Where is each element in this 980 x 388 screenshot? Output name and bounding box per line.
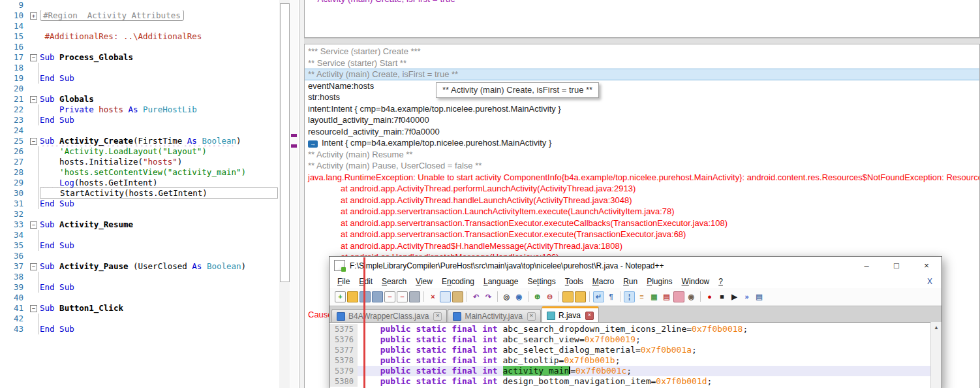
menu-tools[interactable]: Tools [560, 277, 588, 286]
paste-icon[interactable] [452, 291, 463, 302]
b4a-code-line[interactable]: 25−Sub Activity_Create(FirstTime As Bool… [0, 136, 279, 146]
log-line[interactable]: ** Activity (main) Pause, UserClosed = f… [305, 160, 979, 172]
b4a-code-line[interactable]: 19End Sub [0, 73, 279, 84]
fold-collapse-icon[interactable]: − [30, 263, 37, 270]
b4a-code-line[interactable]: 10+#Region Activity Attributes [0, 10, 279, 21]
document-list-icon[interactable]: ▤ [661, 291, 672, 302]
b4a-code-line[interactable]: 36 [0, 251, 279, 261]
show-all-chars-icon[interactable]: ¶ [605, 291, 617, 302]
undo-icon[interactable]: ↶ [470, 291, 482, 302]
cut-icon[interactable]: × [427, 291, 438, 302]
stop-macro-icon[interactable]: ■ [716, 291, 727, 302]
close-all-icon[interactable]: – [397, 291, 408, 302]
b4a-code-line[interactable]: 30 StartActivity(hosts.GetIntent) [0, 188, 279, 199]
npp-code-line[interactable]: 5377 public static final int abc_select_… [329, 345, 931, 355]
b4a-code-line[interactable]: 9 [0, 0, 279, 10]
log-line[interactable]: at android.app.ActivityThread.performLau… [305, 183, 979, 195]
fold-collapse-icon[interactable]: − [30, 138, 37, 145]
b4a-code-editor[interactable]: 910+#Region Activity Attributes1415 #Add… [0, 0, 279, 388]
menu-language[interactable]: Language [479, 277, 523, 286]
menu-run[interactable]: Run [619, 277, 642, 286]
b4a-code-line[interactable]: 21−Sub Globals [0, 94, 279, 105]
fold-expand-icon[interactable]: + [30, 12, 37, 20]
print-icon[interactable] [409, 291, 420, 302]
b4a-code-line[interactable]: 20 [0, 84, 279, 94]
b4a-code-line[interactable]: 23End Sub [0, 115, 279, 125]
b4a-code-line[interactable]: 35End Sub [0, 240, 279, 251]
menu-plugins[interactable]: Plugins [642, 277, 677, 286]
log-line[interactable]: at android.app.ActivityThread$H.handleMe… [305, 240, 979, 252]
b4a-code-line[interactable]: 16 [0, 42, 279, 52]
b4a-code-line[interactable]: 27 hosts.Initialize("hosts") [0, 157, 279, 167]
record-macro-icon[interactable]: ● [704, 291, 715, 302]
b4a-code-line[interactable]: 24 [0, 125, 279, 136]
save-all-icon[interactable] [372, 291, 383, 302]
menu-window[interactable]: Window [677, 277, 714, 286]
fold-collapse-icon[interactable]: − [30, 305, 37, 312]
b4a-code-line[interactable]: 40 [0, 293, 279, 303]
minimize-button[interactable]: – [851, 257, 881, 274]
open-file-icon[interactable] [347, 291, 358, 302]
b4a-code-line[interactable]: 34 [0, 230, 279, 240]
b4a-code-line[interactable]: 41−Sub Button1_Click [0, 303, 279, 314]
tab-close-icon[interactable]: × [527, 312, 536, 321]
menu-help[interactable]: ? [714, 277, 727, 286]
log-line[interactable]: at android.app.ActivityThread.handleLaun… [305, 195, 979, 206]
fold-collapse-icon[interactable]: − [30, 54, 37, 61]
b4a-code-line[interactable]: 37−Sub Activity_Pause (UserClosed As Boo… [0, 261, 279, 272]
b4a-code-line[interactable]: 32 [0, 209, 279, 219]
b4a-code-line[interactable]: 33−Sub Activity_Resume [0, 219, 279, 230]
log-line[interactable]: →Intent { cmp=b4a.example/top.nicelee.pu… [305, 137, 979, 149]
log-line[interactable]: java.lang.RuntimeException: Unable to st… [305, 172, 979, 184]
b4a-code-line[interactable]: 39End Sub [0, 282, 279, 293]
replace-icon[interactable]: ◉ [513, 291, 525, 302]
b4a-code-line[interactable]: 38 [0, 272, 279, 282]
find-icon[interactable]: ◎ [501, 291, 512, 302]
log-line[interactable]: eventName:hosts [305, 80, 979, 92]
tab-close-icon[interactable]: × [585, 312, 594, 320]
zoom-in-icon[interactable]: ⊕ [532, 291, 543, 302]
npp-editor-scrollbar[interactable]: ▲ [930, 322, 942, 388]
menu-encoding[interactable]: Encoding [437, 277, 479, 286]
log-line[interactable]: at android.app.servertransaction.LaunchA… [305, 206, 979, 218]
copy-icon[interactable] [440, 291, 451, 302]
document-map-icon[interactable]: ▦ [649, 291, 660, 302]
menu-file[interactable]: File [333, 277, 354, 286]
word-wrap-icon[interactable]: ↵ [593, 291, 604, 302]
log-line[interactable]: ** Activity (main) Create, isFirst = tru… [305, 69, 979, 80]
log-line[interactable]: resourceId_activity_main:7f0a0000 [305, 126, 979, 138]
b4a-code-line[interactable]: 22 Private hosts As PureHostLib [0, 105, 279, 115]
menu-settings[interactable]: Settings [523, 277, 560, 286]
b4a-code-line[interactable]: 28 'hosts.setContentView("activity_main"… [0, 167, 279, 178]
log-line[interactable]: ** Activity (main) Resume ** [305, 149, 979, 161]
maximize-button[interactable]: □ [881, 257, 911, 274]
npp-code-line[interactable]: 5375 public static final int abc_search_… [329, 324, 931, 334]
log-line[interactable]: layoutId_activity_main:7f040000 [305, 114, 979, 126]
save-macro-icon[interactable]: ▤ [754, 291, 765, 302]
redo-icon[interactable]: ↷ [483, 291, 494, 302]
menu-search[interactable]: Search [377, 277, 411, 286]
scroll-up-arrow-icon[interactable]: ▲ [934, 325, 939, 331]
tab-b4awrapperclass-java[interactable]: B4AWrapperClass.java× [331, 309, 447, 323]
fold-collapse-icon[interactable]: − [30, 96, 37, 103]
run-macro-multi-icon[interactable]: » [741, 291, 752, 302]
log-line[interactable]: str:hosts [305, 91, 979, 103]
tab-mainactivity-java[interactable]: MainActivity.java× [448, 309, 540, 323]
b4a-code-line[interactable]: 29 Log(hosts.GetIntent) [0, 178, 279, 188]
close-file-icon[interactable]: – [384, 291, 395, 302]
npp-code-line[interactable]: 5376 public static final int abc_search_… [329, 334, 931, 345]
title-bar[interactable]: F:\SimpleLibraryCompiler\PureHost\src\ma… [329, 257, 942, 274]
log-line[interactable]: at android.app.servertransaction.Transac… [305, 229, 979, 240]
scrollbar-thumb[interactable] [280, 3, 290, 282]
npp-code-editor[interactable]: 5375 public static final int abc_search_… [329, 322, 931, 388]
b4a-editor-scrollbar[interactable] [279, 0, 290, 388]
b4a-code-line[interactable]: 42 [0, 314, 279, 324]
file-monitor-icon[interactable]: ◉ [686, 291, 697, 302]
function-list-icon[interactable]: ≡ [636, 291, 647, 302]
tab-r-java[interactable]: R.java× [542, 306, 599, 323]
indent-guide-icon[interactable]: ¦ [624, 291, 635, 302]
b4a-code-line[interactable]: 15 #AdditionalRes: ..\AdditionalRes [0, 31, 279, 42]
log-line[interactable]: *** Service (starter) Create *** [305, 46, 979, 57]
b4a-code-line[interactable]: 43End Sub [0, 324, 279, 334]
b4a-code-line[interactable]: 17−Sub Process_Globals [0, 52, 279, 63]
